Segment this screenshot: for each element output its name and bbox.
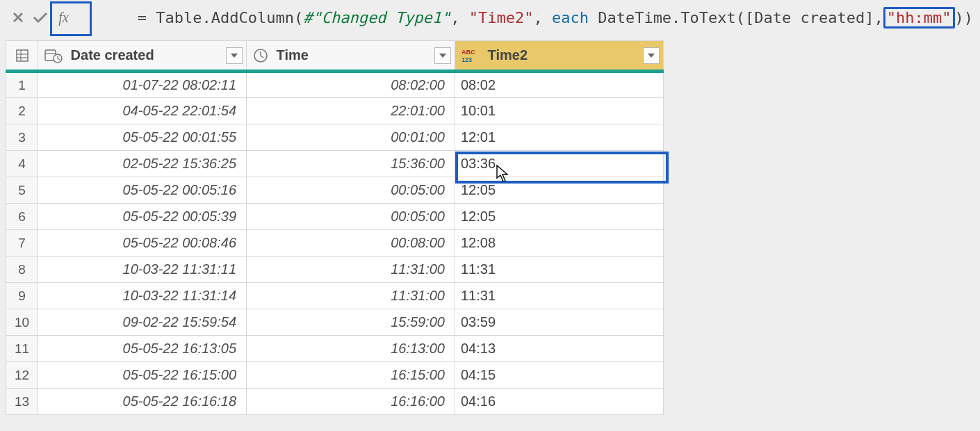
- column-label: Time2: [488, 48, 528, 63]
- table-row: 810-03-22 11:31:1111:31:0011:31: [6, 257, 664, 283]
- cell-date-created[interactable]: 05-05-22 16:16:18: [38, 389, 247, 415]
- cell-date-created[interactable]: 10-03-22 11:31:14: [38, 283, 247, 309]
- row-number[interactable]: 1: [6, 72, 38, 98]
- table-row: 605-05-22 00:05:3900:05:0012:05: [6, 204, 664, 230]
- cell-time2[interactable]: 11:31: [455, 283, 664, 309]
- table-row: 1009-02-22 15:59:5415:59:0003:59: [6, 309, 664, 336]
- row-number[interactable]: 5: [6, 177, 38, 204]
- cell-time[interactable]: 15:36:00: [247, 151, 455, 177]
- column-label: Date created: [71, 48, 154, 63]
- column-label: Time: [277, 48, 309, 63]
- column-header-time[interactable]: Time: [247, 41, 455, 72]
- formula-text: = Table.AddColumn(#"Changed Type1", "Tim…: [82, 0, 973, 44]
- cell-time2[interactable]: 03:36: [455, 151, 664, 177]
- cell-time2[interactable]: 04:13: [455, 336, 664, 362]
- cell-date-created[interactable]: 05-05-22 00:05:39: [38, 204, 247, 230]
- row-number[interactable]: 10: [6, 309, 38, 336]
- cell-time[interactable]: 15:59:00: [247, 309, 455, 336]
- row-number[interactable]: 2: [6, 98, 38, 124]
- cell-date-created[interactable]: 05-05-22 00:01:55: [38, 124, 247, 151]
- svg-text:123: 123: [462, 56, 472, 63]
- row-number[interactable]: 13: [6, 389, 38, 415]
- row-number[interactable]: 11: [6, 336, 38, 362]
- row-number[interactable]: 9: [6, 283, 38, 309]
- cell-time[interactable]: 00:08:00: [247, 230, 455, 257]
- column-filter-dropdown[interactable]: [643, 47, 660, 64]
- cell-time[interactable]: 11:31:00: [247, 257, 455, 283]
- cell-time[interactable]: 00:01:00: [247, 124, 455, 151]
- cell-date-created[interactable]: 09-02-22 15:59:54: [38, 309, 247, 336]
- row-number[interactable]: 4: [6, 151, 38, 177]
- column-filter-dropdown[interactable]: [434, 47, 451, 64]
- cell-time[interactable]: 22:01:00: [247, 98, 455, 124]
- data-grid: Date created Time: [6, 40, 664, 415]
- row-number[interactable]: 8: [6, 257, 38, 283]
- row-number[interactable]: 7: [6, 230, 38, 257]
- confirm-button[interactable]: [29, 4, 51, 31]
- cell-time2[interactable]: 12:08: [455, 230, 664, 257]
- column-header-date-created[interactable]: Date created: [38, 41, 247, 72]
- cell-date-created[interactable]: 04-05-22 22:01:54: [38, 98, 247, 124]
- any-type-icon: ABC 123: [462, 48, 480, 63]
- row-number[interactable]: 3: [6, 124, 38, 151]
- table-row: 705-05-22 00:08:4600:08:0012:08: [6, 230, 664, 257]
- cell-date-created[interactable]: 02-05-22 15:36:25: [38, 151, 247, 177]
- table-row: 910-03-22 11:31:1411:31:0011:31: [6, 283, 664, 309]
- formula-input[interactable]: = Table.AddColumn(#"Changed Type1", "Tim…: [75, 0, 973, 44]
- cell-time[interactable]: 16:16:00: [247, 389, 455, 415]
- cell-date-created[interactable]: 05-05-22 16:15:00: [38, 362, 247, 389]
- cell-time2[interactable]: 03:59: [455, 309, 664, 336]
- cell-time[interactable]: 00:05:00: [247, 177, 455, 204]
- column-filter-dropdown[interactable]: [226, 47, 243, 64]
- svg-rect-0: [17, 50, 28, 61]
- row-number[interactable]: 12: [6, 362, 38, 389]
- cell-time2[interactable]: 11:31: [455, 257, 664, 283]
- svg-line-11: [261, 56, 263, 58]
- formula-bar: fx = Table.AddColumn(#"Changed Type1", "…: [0, 0, 980, 38]
- table-row: 305-05-22 00:01:5500:01:0012:01: [6, 124, 664, 151]
- table-row: 101-07-22 08:02:1108:02:0008:02: [6, 72, 664, 98]
- cancel-button[interactable]: [7, 4, 29, 31]
- cell-date-created[interactable]: 10-03-22 11:31:11: [38, 257, 247, 283]
- table-row: 402-05-22 15:36:2515:36:0003:36: [6, 151, 664, 177]
- clock-icon: [253, 48, 268, 63]
- cell-date-created[interactable]: 05-05-22 16:13:05: [38, 336, 247, 362]
- table-row: 1305-05-22 16:16:1816:16:0004:16: [6, 389, 664, 415]
- cell-time2[interactable]: 12:05: [455, 177, 664, 204]
- cell-time2[interactable]: 10:01: [455, 98, 664, 124]
- datetime-icon: [44, 48, 63, 63]
- row-number[interactable]: 6: [6, 204, 38, 230]
- highlighted-format-string: "hh:mm": [883, 7, 955, 29]
- table-row: 1105-05-22 16:13:0516:13:0004:13: [6, 336, 664, 362]
- cell-time2[interactable]: 04:16: [455, 389, 664, 415]
- cell-time2[interactable]: 12:05: [455, 204, 664, 230]
- svg-text:ABC: ABC: [462, 49, 475, 56]
- cell-date-created[interactable]: 05-05-22 00:08:46: [38, 230, 247, 257]
- cell-date-created[interactable]: 01-07-22 08:02:11: [38, 72, 247, 98]
- table-row: 505-05-22 00:05:1600:05:0012:05: [6, 177, 664, 204]
- cell-time[interactable]: 16:13:00: [247, 336, 455, 362]
- cell-time2[interactable]: 12:01: [455, 124, 664, 151]
- fx-label: fx: [51, 10, 75, 26]
- cell-time[interactable]: 16:15:00: [247, 362, 455, 389]
- cell-time[interactable]: 11:31:00: [247, 283, 455, 309]
- cell-time2[interactable]: 04:15: [455, 362, 664, 389]
- table-row: 204-05-22 22:01:5422:01:0010:01: [6, 98, 664, 124]
- select-all-corner[interactable]: [6, 41, 38, 72]
- column-header-time2[interactable]: ABC 123 Time2: [455, 41, 664, 72]
- cell-time2[interactable]: 08:02: [455, 72, 664, 98]
- table-row: 1205-05-22 16:15:0016:15:0004:15: [6, 362, 664, 389]
- cell-time[interactable]: 08:02:00: [247, 72, 455, 98]
- cell-time[interactable]: 00:05:00: [247, 204, 455, 230]
- cell-date-created[interactable]: 05-05-22 00:05:16: [38, 177, 247, 204]
